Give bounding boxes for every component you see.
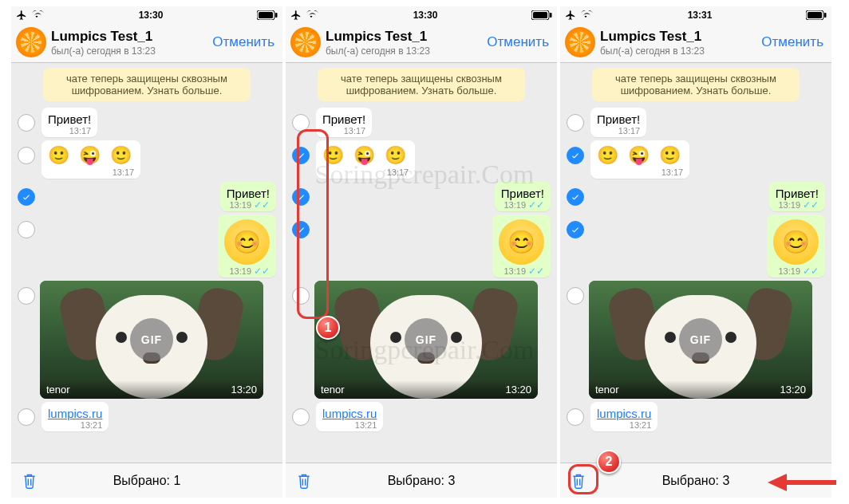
bottom-bar: Выбрано: 3 [286,463,557,498]
select-circle[interactable] [18,408,35,426]
svg-rect-2 [275,13,278,18]
select-circle[interactable] [567,221,584,238]
cancel-button[interactable]: Отменить [758,34,827,50]
gif-thumbnail[interactable]: GIFtenor13:20 [589,281,812,399]
wifi-icon [32,10,45,20]
cancel-button[interactable]: Отменить [209,34,278,50]
big-emoji-icon: 😊 [224,219,270,265]
status-bar: 13:30 [286,6,557,24]
select-circle[interactable] [567,147,584,164]
message-in: Привет!13:17 [316,108,372,137]
chat-header: Lumpics Test_1 был(-а) сегодня в 13:23 О… [286,24,557,63]
message-in-link: lumpics.ru13:21 [316,402,383,431]
avatar[interactable] [565,27,595,57]
chat-title[interactable]: Lumpics Test_1 [326,29,479,45]
message-out-emoji: 😊 13:19✓✓ [218,215,276,278]
chat-subtitle: был(-а) сегодня в 13:23 [326,45,479,57]
airplane-icon [290,10,302,21]
message-link[interactable]: lumpics.ru [597,407,651,420]
chat-title[interactable]: Lumpics Test_1 [600,29,753,45]
chat-header: Lumpics Test_1 был(-а) сегодня в 13:23 О… [11,24,282,63]
svg-rect-7 [808,12,822,18]
msg-row-3[interactable]: Привет! 13:19✓✓ [11,180,282,213]
encryption-notice[interactable]: чате теперь защищены сквозным шифрование… [592,68,800,101]
screen-1: 13:30 Lumpics Test_1 был(-а) сегодня в 1… [11,6,282,498]
select-circle[interactable] [292,408,310,426]
select-circle[interactable] [292,147,310,164]
bottom-bar: Выбрано: 1 [11,463,282,498]
gif-thumbnail[interactable]: GIF tenor 13:20 [40,281,263,399]
selection-count: Выбрано: 3 [286,474,557,488]
battery-icon [531,10,552,20]
cancel-button[interactable]: Отменить [484,34,552,50]
chat-title[interactable]: Lumpics Test_1 [51,29,204,45]
encryption-notice[interactable]: чате теперь защищены сквозным шифрование… [318,68,525,101]
chat-area: чате теперь защищены сквозным шифрование… [286,63,557,463]
airplane-icon [16,10,27,21]
screen-2: 13:30 Lumpics Test_1 был(-а) сегодня в 1… [286,6,557,498]
message-in-link: lumpics.ru 13:21 [41,402,109,431]
message-in-emoji: 🙂 😜 🙂 13:17 [41,140,140,179]
message-in-emoji: 🙂 😜 🙂13:17 [316,140,415,179]
callout-badge-2: 2 [597,450,621,474]
battery-icon [806,10,827,20]
status-time: 13:30 [139,10,164,21]
avatar[interactable] [290,27,321,57]
chat-header: Lumpics Test_1 был(-а) сегодня в 13:23 О… [560,24,831,63]
select-circle[interactable] [567,188,584,206]
select-circle[interactable] [18,287,35,305]
message-out-emoji: 😊13:19✓✓ [492,215,551,278]
svg-marker-10 [768,474,787,491]
wifi-icon [581,10,594,20]
emoji-row: 🙂 😜 🙂 [48,145,134,165]
svg-rect-5 [550,13,552,18]
airplane-icon [565,10,576,21]
status-bar: 13:31 [560,6,831,24]
screen-3: 13:31 Lumpics Test_1 был(-а) сегодня в 1… [560,6,831,498]
read-ticks-icon: ✓✓ [254,200,270,210]
chat-subtitle: был(-а) сегодня в 13:23 [51,45,204,57]
select-circle[interactable] [292,221,310,238]
svg-rect-4 [533,12,547,18]
status-bar: 13:30 [11,6,282,24]
select-circle[interactable] [292,287,310,305]
wifi-icon [306,10,319,20]
chat-area: чате теперь защищены сквозным шифрование… [11,63,282,463]
msg-row-4[interactable]: 😊 13:19✓✓ [11,213,282,279]
select-circle[interactable] [292,114,310,132]
select-circle[interactable] [292,188,310,206]
select-circle[interactable] [18,147,35,164]
select-circle[interactable] [567,408,584,426]
select-circle[interactable] [567,114,584,132]
message-out: Привет! 13:19✓✓ [220,182,276,211]
msg-row-1[interactable]: Привет! 13:17 [11,106,282,139]
gif-badge-icon: GIF [130,318,173,361]
status-time: 13:31 [688,10,713,21]
msg-row-2[interactable]: 🙂 😜 🙂 13:17 [11,139,282,180]
svg-rect-1 [259,12,273,18]
msg-row-5-gif[interactable]: GIF tenor 13:20 [11,279,282,400]
chat-subtitle: был(-а) сегодня в 13:23 [600,45,753,57]
message-link[interactable]: lumpics.ru [48,407,102,420]
message-in: Привет! 13:17 [41,108,97,137]
gif-source: tenor [46,384,70,396]
chat-area: чате теперь защищены сквозным шифрование… [560,63,831,463]
encryption-notice[interactable]: чате теперь защищены сквозным шифрование… [43,68,251,101]
select-circle[interactable] [18,188,35,206]
status-time: 13:30 [413,10,438,21]
message-out: Привет!13:19✓✓ [495,182,551,211]
read-ticks-icon: ✓✓ [254,266,270,276]
select-circle[interactable] [18,221,35,238]
callout-arrow-icon [766,471,838,494]
select-circle[interactable] [18,114,35,132]
gif-thumbnail[interactable]: GIFtenor13:20 [314,281,538,399]
msg-row-6-link[interactable]: lumpics.ru 13:21 [11,400,282,433]
message-link[interactable]: lumpics.ru [322,407,377,420]
avatar[interactable] [16,27,46,57]
callout-badge-1: 1 [316,316,340,340]
gif-time: 13:20 [231,384,257,396]
selection-count: Выбрано: 1 [11,474,282,488]
select-circle[interactable] [567,287,584,305]
battery-icon [257,10,278,20]
svg-rect-8 [824,13,827,18]
